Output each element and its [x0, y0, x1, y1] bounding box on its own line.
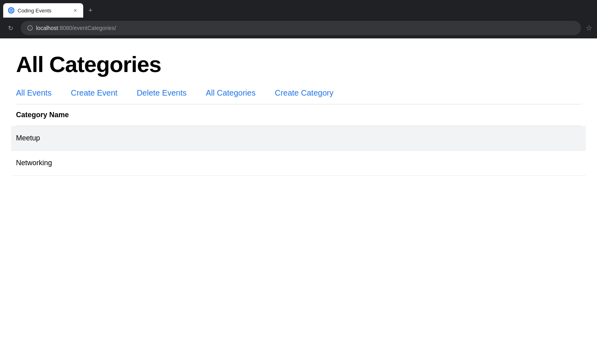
url-host: localhost: [36, 25, 58, 31]
url-bar[interactable]: i localhost:8080/eventCategories/: [21, 21, 581, 35]
table-row: Networking: [11, 151, 586, 176]
table-header: Category Name: [16, 104, 581, 126]
address-bar: ↻ i localhost:8080/eventCategories/ ☆: [0, 18, 597, 38]
url-path: :8080/eventCategories/: [58, 25, 116, 31]
browser-tab[interactable]: Coding Events ×: [3, 3, 83, 18]
svg-text:i: i: [30, 26, 31, 30]
nav-link-delete-events[interactable]: Delete Events: [137, 88, 187, 101]
info-icon: i: [27, 25, 33, 31]
table-row: Meetup: [11, 126, 586, 151]
url-display: localhost:8080/eventCategories/: [36, 25, 116, 31]
page-title: All Categories: [16, 51, 581, 77]
column-header-category-name: Category Name: [16, 111, 69, 119]
tab-favicon: [8, 7, 14, 14]
nav-links-container: All Events Create Event Delete Events Al…: [16, 88, 581, 104]
category-name-networking: Networking: [16, 159, 52, 167]
bookmark-button[interactable]: ☆: [586, 24, 592, 32]
new-tab-button[interactable]: +: [85, 5, 96, 16]
category-name-meetup: Meetup: [16, 134, 40, 142]
tab-close-button[interactable]: ×: [72, 7, 78, 14]
browser-chrome: Coding Events × + ↻ i localhost:8080/eve…: [0, 0, 597, 38]
nav-link-all-categories[interactable]: All Categories: [206, 88, 256, 101]
nav-link-all-events[interactable]: All Events: [16, 88, 52, 101]
nav-link-create-category[interactable]: Create Category: [275, 88, 334, 101]
nav-link-create-event[interactable]: Create Event: [71, 88, 118, 101]
nav-links: All Events Create Event Delete Events Al…: [16, 88, 581, 104]
reload-button[interactable]: ↻: [5, 22, 16, 34]
tab-bar: Coding Events × +: [0, 0, 597, 18]
tab-title: Coding Events: [18, 8, 69, 14]
page-content: All Categories All Events Create Event D…: [0, 38, 597, 192]
categories-table: Category Name Meetup Networking: [16, 104, 581, 176]
